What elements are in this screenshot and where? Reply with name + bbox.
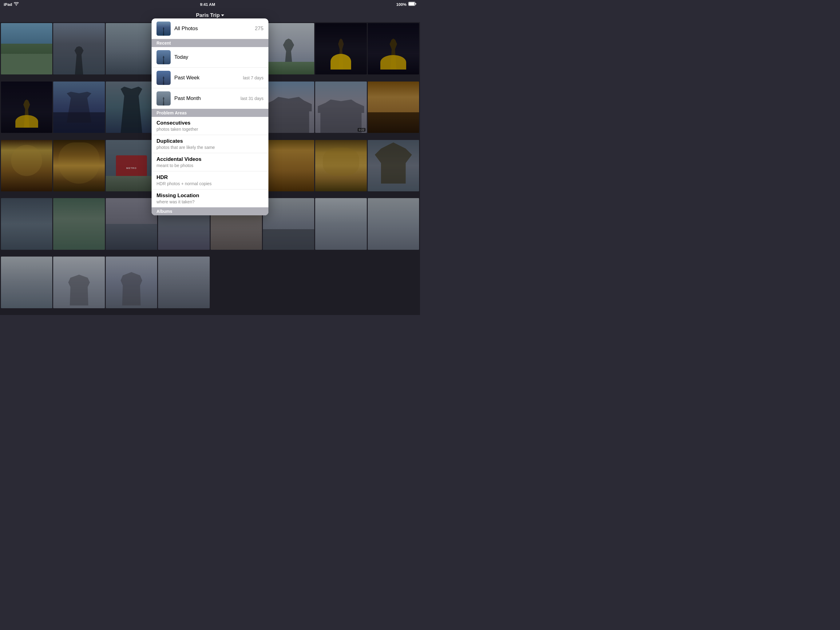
chevron-down-icon	[221, 14, 224, 16]
menu-item-past-week[interactable]: Past Week last 7 days	[152, 68, 268, 88]
menu-section-header-albums: Albums	[152, 207, 268, 215]
device-label: iPad	[4, 2, 12, 7]
album-title[interactable]: Paris Trip	[196, 12, 224, 19]
svg-rect-2	[409, 2, 415, 6]
past-week-text: Past Week	[174, 75, 243, 81]
menu-item-missing-location[interactable]: Missing Location where was it taken?	[152, 190, 268, 207]
svg-point-0	[16, 5, 17, 6]
battery-icon	[408, 2, 416, 7]
menu-thumb-past-month	[156, 91, 171, 106]
past-month-text: Past Month	[174, 95, 240, 101]
menu-thumb-past-week	[156, 71, 171, 85]
past-week-meta: last 7 days	[243, 75, 264, 80]
menu-item-consecutives[interactable]: Consecutives photos taken together	[152, 117, 268, 135]
menu-item-hdr[interactable]: HDR HDR photos + normal copies	[152, 171, 268, 190]
menu-item-accidental-videos[interactable]: Accidental Videos meant to be photos	[152, 153, 268, 171]
battery-label: 100%	[396, 2, 406, 7]
clock: 9:41 AM	[200, 2, 215, 7]
menu-thumb-all-photos	[156, 22, 171, 36]
all-photos-count: 275	[255, 25, 264, 32]
past-month-meta: last 31 days	[240, 96, 264, 101]
wifi-icon	[14, 2, 19, 7]
menu-section-header-recent: Recent	[152, 39, 268, 47]
menu-thumb-today	[156, 50, 171, 64]
menu-item-duplicates[interactable]: Duplicates photos that are likely the sa…	[152, 135, 268, 153]
menu-item-all-photos[interactable]: All Photos 275	[152, 19, 268, 39]
all-photos-label: All Photos	[174, 25, 255, 32]
svg-rect-3	[415, 3, 416, 5]
status-bar: iPad 9:41 AM 100%	[0, 0, 420, 9]
menu-item-past-month[interactable]: Past Month last 31 days	[152, 88, 268, 109]
album-name: Paris Trip	[196, 12, 219, 19]
dropdown-menu: All Photos 275 Recent Today Past Week la…	[152, 19, 268, 215]
menu-item-today[interactable]: Today	[152, 47, 268, 68]
today-text: Today	[174, 54, 264, 60]
menu-section-header-problems: Problem Areas	[152, 109, 268, 117]
